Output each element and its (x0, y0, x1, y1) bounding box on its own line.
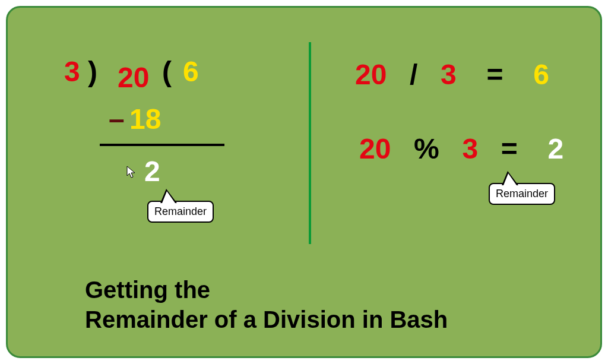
vertical-divider (309, 42, 311, 244)
division-rule (100, 144, 224, 146)
divisor: 3 (64, 55, 80, 88)
callout-tip-icon (502, 171, 518, 185)
eq1-b: 3 (441, 59, 457, 90)
eq1-result: 6 (533, 59, 549, 90)
title-line-1: Getting the (85, 275, 448, 305)
eq2-b: 3 (462, 133, 478, 164)
quotient: 6 (183, 55, 199, 88)
eq1-op: / (410, 59, 417, 90)
remainder-left: 2 (144, 155, 160, 188)
eq2-op: % (414, 133, 439, 164)
dividend: 20 (118, 61, 149, 94)
minus-sign: – (109, 103, 125, 135)
modulo-equation: 20 % 3 = 2 (359, 132, 563, 165)
eq1-eq: = (487, 59, 504, 90)
eq2-eq: = (501, 133, 518, 164)
callout-label: Remainder (154, 205, 207, 217)
product: 18 (129, 103, 161, 135)
callout-tip-icon (160, 189, 177, 203)
callout-label: Remainder (496, 188, 548, 200)
mouse-cursor-icon (126, 166, 136, 179)
remainder-callout-left: Remainder (147, 201, 214, 223)
remainder-right: 2 (548, 133, 564, 164)
diagram-title: Getting the Remainder of a Division in B… (85, 275, 448, 334)
paren-left: ( (162, 55, 172, 88)
paren-right: ) (88, 55, 97, 88)
title-line-2: Remainder of a Division in Bash (85, 305, 448, 334)
eq2-a: 20 (359, 133, 391, 164)
diagram-card: 3 ) 20 ( 6 – 18 2 Remainder 20 / 3 = 6 2… (6, 6, 602, 358)
division-equation: 20 / 3 = 6 (355, 58, 549, 91)
eq1-a: 20 (355, 59, 387, 90)
remainder-callout-right: Remainder (489, 183, 555, 205)
